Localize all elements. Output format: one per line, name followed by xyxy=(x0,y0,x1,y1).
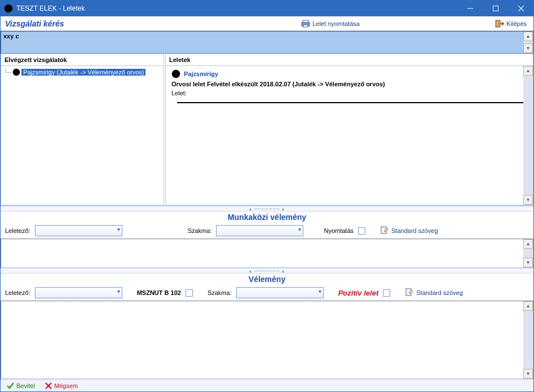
scroll-up-icon[interactable]: ▲ xyxy=(523,32,533,41)
maximize-button[interactable] xyxy=(483,1,508,16)
svg-rect-3 xyxy=(493,6,498,11)
nyomtatas-label: Nyomtatás xyxy=(324,227,354,234)
section2-formrow: Leletező: MSZNUT B 102 Szakma: Pozitív l… xyxy=(1,286,533,301)
leletezo-label: Leletező: xyxy=(5,227,30,234)
megsem-button[interactable]: Mégsem xyxy=(45,382,78,389)
munkakozi-textarea[interactable] xyxy=(1,239,533,267)
check-icon xyxy=(6,382,14,390)
leletezo-label-2: Leletező: xyxy=(5,289,30,296)
splitter-handle-1[interactable]: ▴ ─────── ▴ xyxy=(1,206,533,212)
pozitiv-label: Pozitív lelet xyxy=(338,289,379,297)
leletezo-select-1[interactable] xyxy=(35,225,122,236)
scroll-down-icon[interactable]: ▼ xyxy=(523,258,533,267)
nyomtatas-checkbox[interactable] xyxy=(358,227,365,235)
radioactive-icon xyxy=(4,4,13,13)
textarea-scrollbar-2[interactable]: ▲ ▼ xyxy=(523,301,533,378)
report-title: Pajzsmirigy xyxy=(184,71,218,77)
main-split: Elvégzett vizsgálatok └─ Pajzsmirigy (Ju… xyxy=(1,54,533,206)
section2-textarea-wrap: ▲ ▼ xyxy=(1,301,533,379)
titlebar: TESZT ELEK - Leletek xyxy=(1,1,533,16)
scroll-down-icon[interactable]: ▼ xyxy=(523,195,533,205)
exams-tree[interactable]: └─ Pajzsmirigy (Jutalék -> Véleményező o… xyxy=(1,66,164,78)
printer-icon xyxy=(301,19,310,28)
bevitel-button[interactable]: Bevitel xyxy=(6,382,35,390)
tree-item[interactable]: └─ Pajzsmirigy (Jutalék -> Véleményező o… xyxy=(2,68,162,76)
close-button[interactable] xyxy=(508,1,533,16)
minimize-button[interactable] xyxy=(457,1,483,16)
scroll-thumb[interactable] xyxy=(523,249,533,258)
toolbar: Vizsgálati kérés Lelet nyomtatása Kilépé… xyxy=(1,16,533,31)
window-title: TESZT ELEK - Leletek xyxy=(16,5,457,12)
textarea-scrollbar[interactable]: ▲ ▼ xyxy=(523,239,533,267)
window-buttons xyxy=(457,1,533,16)
svg-point-11 xyxy=(16,72,17,73)
radioactive-icon xyxy=(12,68,20,76)
cancel-icon xyxy=(45,382,52,389)
request-text: xxy c xyxy=(3,33,19,39)
section1-textarea-wrap: ▲ ▼ xyxy=(1,239,533,268)
leletezo-select-2[interactable] xyxy=(35,287,122,298)
scroll-up-icon[interactable]: ▲ xyxy=(523,239,533,249)
main-window: TESZT ELEK - Leletek Vizsgálati kérés Le… xyxy=(0,0,534,392)
document-edit-icon xyxy=(380,226,389,235)
pozitiv-checkbox[interactable] xyxy=(383,289,390,297)
tree-branch-icon: └─ xyxy=(3,69,11,76)
standard-text-button-1[interactable]: Standard szöveg xyxy=(380,226,438,235)
szakma-select-1[interactable] xyxy=(216,225,303,236)
report-panel-header: Leletek xyxy=(166,54,533,66)
scroll-thumb[interactable] xyxy=(523,76,533,195)
msznut-checkbox[interactable] xyxy=(186,289,193,297)
standard-text-label-2: Standard szöveg xyxy=(416,289,463,296)
request-scrollbar[interactable]: ▲ ▼ xyxy=(523,32,533,53)
report-divider xyxy=(177,102,527,103)
exams-panel: Elvégzett vizsgálatok └─ Pajzsmirigy (Ju… xyxy=(1,54,164,205)
velemeny-textarea[interactable] xyxy=(1,301,533,378)
request-field[interactable]: xxy c ▲ ▼ xyxy=(1,31,533,54)
szakma-label: Szakma: xyxy=(188,227,212,234)
radioactive-icon xyxy=(171,69,180,78)
tree-item-label: Pajzsmirigy (Jutalék -> Véleményező orvo… xyxy=(21,69,145,76)
report-title-row: Pajzsmirigy xyxy=(171,69,527,78)
exit-label: Kilépés xyxy=(506,20,527,27)
section-title-2: Vélemény xyxy=(1,274,533,286)
section-title-1: Munkaközi vélemény xyxy=(1,212,533,224)
report-body[interactable]: Pajzsmirigy Orvosi lelet Felvétel elkész… xyxy=(166,66,533,205)
report-meta: Orvosi lelet Felvétel elkészült 2018.02.… xyxy=(171,81,527,87)
szakma-select-2[interactable] xyxy=(236,287,324,298)
megsem-label: Mégsem xyxy=(54,382,78,389)
scroll-up-icon[interactable]: ▲ xyxy=(523,66,533,76)
msznut-label: MSZNUT B 102 xyxy=(137,289,181,296)
document-edit-icon xyxy=(405,288,414,297)
print-button[interactable]: Lelet nyomtatása xyxy=(299,18,362,29)
report-label: Lelet: xyxy=(171,90,527,96)
exit-button[interactable]: Kilépés xyxy=(493,18,529,29)
svg-rect-6 xyxy=(303,20,308,23)
svg-point-1 xyxy=(7,7,9,9)
svg-point-13 xyxy=(175,73,176,74)
bevitel-label: Bevitel xyxy=(16,382,35,389)
svg-rect-8 xyxy=(303,25,308,27)
standard-text-button-2[interactable]: Standard szöveg xyxy=(405,288,463,297)
svg-rect-9 xyxy=(496,20,500,27)
standard-text-label: Standard szöveg xyxy=(391,227,438,234)
szakma-label-2: Szakma: xyxy=(208,289,232,296)
scroll-down-icon[interactable]: ▼ xyxy=(523,43,533,53)
exit-icon xyxy=(495,19,504,28)
footer: Bevitel Mégsem xyxy=(1,379,533,391)
toolbar-title: Vizsgálati kérés xyxy=(5,19,64,28)
report-panel: Leletek Pajzsmirigy Orvosi lelet Felvéte… xyxy=(165,54,533,205)
report-scrollbar[interactable]: ▲ ▼ xyxy=(523,66,533,205)
exams-panel-header: Elvégzett vizsgálatok xyxy=(1,54,164,66)
scroll-down-icon[interactable]: ▼ xyxy=(523,369,533,378)
scroll-thumb[interactable] xyxy=(523,311,533,369)
print-label: Lelet nyomtatása xyxy=(312,20,360,27)
splitter-handle-2[interactable]: ▴ ─────── ▴ xyxy=(1,268,533,274)
scroll-up-icon[interactable]: ▲ xyxy=(523,301,533,311)
section1-formrow: Leletező: Szakma: Nyomtatás Standard szö… xyxy=(1,224,533,239)
